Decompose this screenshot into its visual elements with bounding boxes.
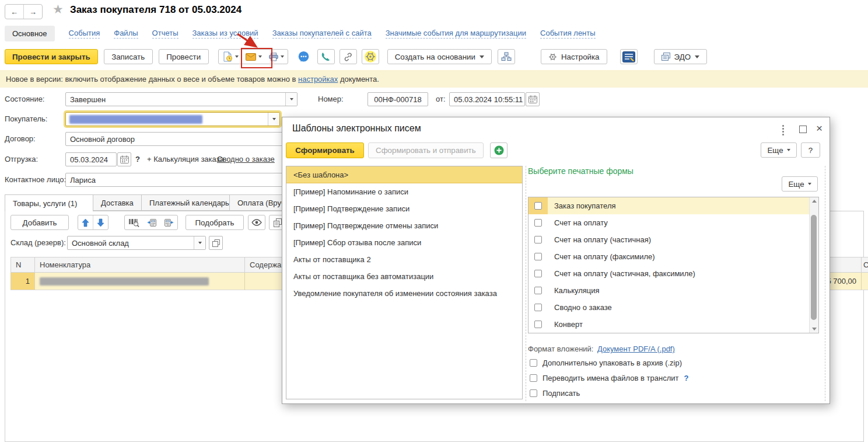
buyer-field[interactable] xyxy=(65,112,280,126)
back-button[interactable]: ← xyxy=(5,5,24,19)
dropdown-icon xyxy=(695,55,699,58)
template-item[interactable]: <Без шаблона> xyxy=(286,166,522,183)
edo-button[interactable]: ЭДО xyxy=(654,49,708,64)
print-form-checkbox[interactable] xyxy=(534,219,542,227)
print-form-row[interactable]: Сводно о заказе xyxy=(528,299,818,316)
discussion-button[interactable] xyxy=(295,49,313,64)
tab-files[interactable]: Файлы xyxy=(114,29,138,39)
tab-feed-events[interactable]: События ленты xyxy=(540,29,596,39)
report-button[interactable] xyxy=(620,49,638,64)
col-header-next[interactable]: С xyxy=(862,257,868,273)
shipping-help-link[interactable]: ? xyxy=(135,152,140,166)
scroll-down-icon[interactable] xyxy=(812,328,817,330)
write-button[interactable]: Записать xyxy=(104,49,153,64)
highlighted-settings-button[interactable] xyxy=(362,49,379,64)
shipping-date-field[interactable]: 05.03.2024 xyxy=(65,152,117,166)
template-item[interactable]: [Пример] Подтверждение отмены записи xyxy=(286,217,522,234)
translit-help-link[interactable]: ? xyxy=(684,374,688,382)
print-form-row[interactable]: Калькуляция xyxy=(528,282,818,299)
state-dropdown-icon[interactable] xyxy=(285,93,297,106)
scroll-up-icon[interactable] xyxy=(812,200,817,203)
col-header-nomenclature[interactable]: Номенклатура xyxy=(35,257,245,273)
barcode-scan-button[interactable] xyxy=(125,215,144,229)
template-item[interactable]: [Пример] Подтверждение записи xyxy=(286,200,522,217)
buyer-dropdown-icon[interactable] xyxy=(268,113,279,126)
row-next-cell[interactable] xyxy=(862,273,868,290)
warehouse-field[interactable]: Основной склад xyxy=(67,236,206,250)
print-form-row[interactable]: Счет на оплату xyxy=(528,214,818,231)
forward-button[interactable]: → xyxy=(24,5,42,19)
tab-site-orders[interactable]: Заказы покупателей с сайта xyxy=(272,29,372,39)
template-item[interactable]: Уведомление покупателя об изменении сост… xyxy=(286,285,522,302)
warehouse-open-button[interactable] xyxy=(209,236,223,250)
template-item[interactable]: Акты от поставщика без автоматизации xyxy=(286,268,522,285)
settings-button[interactable]: Настройка xyxy=(541,49,607,64)
tab-delivery[interactable]: Доставка xyxy=(93,194,142,211)
tab-goods-services[interactable]: Товары, услуги (1) xyxy=(5,194,93,211)
generate-button[interactable]: Сформировать xyxy=(286,142,364,158)
sign-checkbox[interactable] xyxy=(530,389,537,397)
template-item[interactable]: Акты от поставщика 2 xyxy=(286,251,522,268)
generate-and-send-button[interactable]: Сформировать и отправить xyxy=(368,142,484,158)
right-splitter[interactable] xyxy=(825,166,825,401)
post-button[interactable]: Провести xyxy=(159,49,209,64)
add-template-button[interactable] xyxy=(490,142,508,158)
print-form-checkbox[interactable] xyxy=(534,253,542,260)
move-up-button[interactable] xyxy=(78,215,93,229)
view-button[interactable] xyxy=(248,215,265,230)
forms-more-button[interactable]: Еще xyxy=(782,176,818,192)
copy-link-button[interactable] xyxy=(340,49,357,64)
settings-link[interactable]: настройках xyxy=(298,75,338,83)
zip-checkbox[interactable] xyxy=(530,359,537,367)
print-form-row[interactable]: Заказ покупателя xyxy=(528,197,818,214)
add-row-button[interactable]: Добавить xyxy=(10,215,69,230)
print-form-row[interactable]: Счет на оплату (частичная) xyxy=(528,231,818,248)
move-down-button[interactable] xyxy=(93,215,108,229)
panel-splitter[interactable] xyxy=(526,166,526,401)
print-form-checkbox[interactable] xyxy=(534,304,542,311)
datetime-calendar-button[interactable] xyxy=(526,92,540,106)
translit-checkbox[interactable] xyxy=(530,374,537,382)
calculation-text[interactable]: + Калькуляция заказа xyxy=(147,152,224,166)
tab-main[interactable]: Основное xyxy=(5,26,55,41)
template-item[interactable]: [Пример] Сбор отзыва после записи xyxy=(286,234,522,251)
print-form-checkbox[interactable] xyxy=(534,202,542,210)
dialog-maximize-icon[interactable] xyxy=(799,126,807,133)
template-item[interactable]: [Пример] Напоминание о записи xyxy=(286,183,522,200)
row-nomenclature-cell[interactable] xyxy=(35,273,245,290)
print-form-row[interactable]: Счет на оплату (факсимиле) xyxy=(528,248,818,265)
call-button[interactable] xyxy=(317,49,335,64)
print-form-row[interactable]: Счет на оплату (частичная, факсимиле) xyxy=(528,265,818,282)
dialog-more-button[interactable]: Еще xyxy=(761,142,797,158)
order-summary-link[interactable]: Сводно о заказе xyxy=(217,152,275,166)
forms-scrollbar[interactable] xyxy=(809,197,818,333)
tab-events[interactable]: События xyxy=(69,29,100,39)
row-number-cell[interactable]: 1 xyxy=(10,273,35,290)
print-form-checkbox[interactable] xyxy=(534,287,542,294)
attachment-format-link[interactable]: Документ PDF/A (.pdf) xyxy=(597,344,675,353)
post-and-close-button[interactable]: Провести и закрыть xyxy=(5,49,98,64)
scroll-thumb[interactable] xyxy=(811,215,817,320)
print-form-checkbox[interactable] xyxy=(534,270,542,277)
favorite-star-icon[interactable]: ★ xyxy=(52,2,64,16)
state-field[interactable]: Завершен xyxy=(65,92,298,106)
pick-items-button[interactable]: Подобрать xyxy=(186,215,244,230)
tab-reports[interactable]: Отчеты xyxy=(152,29,178,39)
shipping-calendar-button[interactable] xyxy=(117,152,131,166)
dialog-close-icon[interactable]: × xyxy=(816,123,822,134)
dialog-help-button[interactable]: ? xyxy=(801,142,820,158)
warehouse-dropdown-icon[interactable] xyxy=(194,236,205,249)
print-form-checkbox[interactable] xyxy=(534,321,542,328)
structure-button[interactable] xyxy=(498,49,515,64)
print-form-row[interactable]: Конверт xyxy=(528,316,818,333)
print-form-checkbox[interactable] xyxy=(534,236,542,243)
tab-routing-events[interactable]: Значимые события для маршрутизации xyxy=(386,29,526,39)
datetime-field[interactable]: 05.03.2024 10:55:11 xyxy=(449,92,525,106)
dialog-menu-icon[interactable] xyxy=(782,125,784,135)
terminal-unload-button[interactable] xyxy=(160,215,177,229)
tab-payment-calendar[interactable]: Платежный календарь xyxy=(141,194,230,211)
col-header-n[interactable]: N xyxy=(10,257,35,273)
terminal-load-button[interactable] xyxy=(144,215,160,229)
create-based-on-button[interactable]: Создать на основании xyxy=(387,49,492,64)
number-field[interactable]: 00НФ-000718 xyxy=(368,92,428,106)
